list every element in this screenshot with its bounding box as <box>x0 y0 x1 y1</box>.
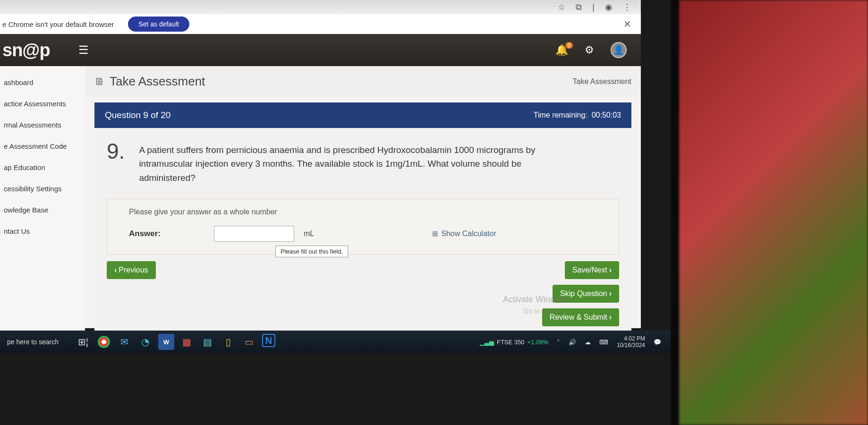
taskview-icon[interactable]: ⊞¦ <box>75 334 91 350</box>
answer-hint: Please give your answer as a whole numbe… <box>129 208 607 216</box>
hamburger-icon[interactable]: ☰ <box>78 43 89 57</box>
close-icon[interactable]: ✕ <box>623 18 631 30</box>
stock-chart-icon: ▁▃▅ <box>480 339 494 346</box>
question-counter: Question 9 of 20 <box>105 110 170 120</box>
ftse-widget[interactable]: ▁▃▅ FTSE 350 +1.09% <box>480 339 548 346</box>
sidebar-item-knowledge[interactable]: owledge Base <box>0 199 85 221</box>
save-next-button[interactable]: Save/Next › <box>565 261 619 279</box>
tray-chevron-icon[interactable]: ˄ <box>557 339 560 346</box>
app-icon-n[interactable]: N <box>262 334 275 347</box>
timer-value: 00:50:03 <box>592 111 621 119</box>
sidebar-item-accessibility[interactable]: cessibility Settings <box>0 178 85 199</box>
browser-toolbar: ☆ ⧉ | ◉ ⋮ <box>0 0 641 14</box>
app-icon-4[interactable]: ▭ <box>241 334 257 350</box>
answer-unit: mL <box>304 230 314 238</box>
app-icon-2[interactable]: ▤ <box>200 334 216 350</box>
app-icon-1[interactable]: ▦ <box>179 334 195 350</box>
set-default-button[interactable]: Set as default <box>128 17 189 32</box>
clock-time: 4:02 PM <box>617 335 645 342</box>
calc-label: Show Calculator <box>441 230 496 238</box>
app-icon-3[interactable]: ▯ <box>221 334 237 350</box>
save-next-label: Save/Next <box>572 266 607 274</box>
sidebar-item-code[interactable]: e Assessment Code <box>0 136 85 157</box>
page-title-text: Take Assessment <box>110 74 205 89</box>
chevron-right-icon: › <box>609 313 612 322</box>
nav-buttons: ‹ Previous Save/Next › Skip Question › R… <box>107 261 619 326</box>
answer-row: Answer: mL ⊞ Show Calculator <box>129 226 607 242</box>
windows-watermark: Activate Windows <box>503 295 570 305</box>
question-text: A patient suffers from pernicious anaemi… <box>139 138 564 185</box>
answer-block: Please give your answer as a whole numbe… <box>107 199 619 255</box>
cloud-icon[interactable]: ☁ <box>585 339 591 346</box>
document-icon: 🗎 <box>94 76 105 88</box>
mail-icon[interactable]: ✉ <box>117 334 133 350</box>
show-calculator-link[interactable]: ⊞ Show Calculator <box>432 230 496 238</box>
ftse-change: +1.09% <box>527 339 548 346</box>
chevron-right-icon: › <box>609 266 612 274</box>
profile-icon[interactable]: ◉ <box>605 2 613 12</box>
chevron-left-icon: ‹ <box>114 266 117 274</box>
avatar[interactable]: 👤 <box>611 42 627 58</box>
calculator-icon: ⊞ <box>432 230 438 238</box>
notification-icon[interactable]: 💬 <box>654 339 661 346</box>
sidebar: ashboard actice Assessments rmal Assessm… <box>0 66 85 331</box>
sidebar-item-education[interactable]: ap Education <box>0 157 85 178</box>
default-browser-bar: e Chrome isn't your default browser Set … <box>0 14 641 34</box>
extension-icon[interactable]: ⧉ <box>576 2 582 12</box>
chevron-right-icon: › <box>609 289 612 298</box>
notifications-button[interactable]: 🔔 0 <box>555 44 568 56</box>
sidebar-item-formal[interactable]: rmal Assessments <box>0 114 85 136</box>
app-header: sn@p ☰ 🔔 0 ⚙ 👤 <box>0 34 641 66</box>
question-bar: Question 9 of 20 Time remaining: 00:50:0… <box>94 102 631 128</box>
answer-input[interactable] <box>214 226 294 242</box>
question-row: 9. A patient suffers from pernicious ana… <box>107 138 619 185</box>
page-header: 🗎 Take Assessment Take Assessment <box>85 66 641 97</box>
validation-tooltip: Please fill out this field. <box>275 246 348 257</box>
keyboard-icon[interactable]: ⌨ <box>599 339 608 346</box>
sidebar-item-contact[interactable]: ntact Us <box>0 221 85 242</box>
previous-label: Previous <box>119 266 148 274</box>
windows-watermark-sub: Go to Settings <box>523 307 565 315</box>
breadcrumb: Take Assessment <box>573 77 632 86</box>
content-area: Question 9 of 20 Time remaining: 00:50:0… <box>85 97 641 328</box>
question-number: 9. <box>107 138 125 164</box>
chrome-taskbar-icon[interactable] <box>96 334 112 350</box>
ftse-label: FTSE 350 <box>497 339 525 346</box>
sidebar-item-dashboard[interactable]: ashboard <box>0 72 85 93</box>
star-icon[interactable]: ☆ <box>558 2 565 12</box>
taskbar-search[interactable]: pe here to search <box>0 338 66 346</box>
previous-button[interactable]: ‹ Previous <box>107 261 156 279</box>
timer: Time remaining: 00:50:03 <box>534 111 621 119</box>
taskbar-clock[interactable]: 4:02 PM 10/16/2024 <box>617 335 645 349</box>
header-actions: 🔔 0 ⚙ 👤 <box>555 42 627 58</box>
divider: | <box>592 2 595 12</box>
taskbar-right: ▁▃▅ FTSE 350 +1.09% ˄ 🔊 ☁ ⌨ 4:02 PM 10/1… <box>480 335 661 349</box>
menu-dots-icon[interactable]: ⋮ <box>623 2 631 12</box>
timer-label: Time remaining: <box>534 111 587 119</box>
question-body: 9. A patient suffers from pernicious ana… <box>94 128 631 340</box>
page-title: 🗎 Take Assessment <box>94 74 205 89</box>
action-buttons: Save/Next › Skip Question › Review & Sub… <box>542 261 619 326</box>
volume-icon[interactable]: 🔊 <box>569 339 576 346</box>
taskbar-icons: ⊞¦ ✉ ◔ W ▦ ▤ ▯ ▭ N <box>75 334 275 350</box>
brand-logo[interactable]: sn@p <box>0 40 60 60</box>
gear-icon[interactable]: ⚙ <box>585 44 594 56</box>
taskbar: pe here to search ⊞¦ ✉ ◔ W ▦ ▤ ▯ ▭ N ▁▃▅… <box>0 331 671 353</box>
clock-date: 10/16/2024 <box>617 342 645 348</box>
notif-badge: 0 <box>565 42 573 49</box>
photo-background <box>679 0 868 425</box>
word-icon[interactable]: W <box>158 334 174 350</box>
edge-icon[interactable]: ◔ <box>137 334 153 350</box>
answer-label: Answer: <box>129 229 204 238</box>
sidebar-item-practice[interactable]: actice Assessments <box>0 93 85 114</box>
default-browser-msg: e Chrome isn't your default browser <box>2 20 114 28</box>
